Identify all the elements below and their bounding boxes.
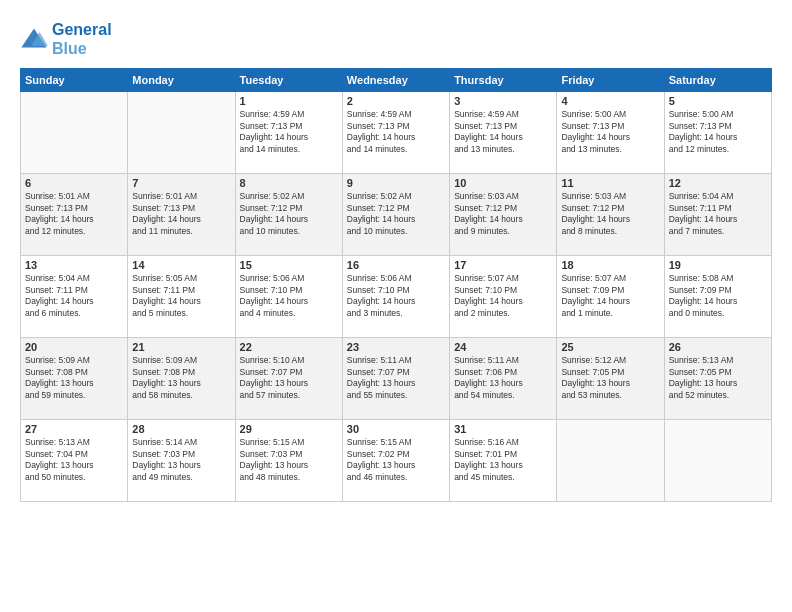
page: General Blue SundayMondayTuesdayWednesda… [0,0,792,612]
calendar-cell: 2Sunrise: 4:59 AM Sunset: 7:13 PM Daylig… [342,92,449,174]
weekday-friday: Friday [557,69,664,92]
weekday-header-row: SundayMondayTuesdayWednesdayThursdayFrid… [21,69,772,92]
calendar-row-2: 6Sunrise: 5:01 AM Sunset: 7:13 PM Daylig… [21,174,772,256]
weekday-thursday: Thursday [450,69,557,92]
calendar-cell: 19Sunrise: 5:08 AM Sunset: 7:09 PM Dayli… [664,256,771,338]
day-number: 21 [132,341,230,353]
day-number: 26 [669,341,767,353]
day-info: Sunrise: 5:15 AM Sunset: 7:03 PM Dayligh… [240,437,338,483]
calendar-cell: 16Sunrise: 5:06 AM Sunset: 7:10 PM Dayli… [342,256,449,338]
calendar-row-3: 13Sunrise: 5:04 AM Sunset: 7:11 PM Dayli… [21,256,772,338]
day-number: 23 [347,341,445,353]
calendar-cell: 27Sunrise: 5:13 AM Sunset: 7:04 PM Dayli… [21,420,128,502]
day-number: 3 [454,95,552,107]
day-info: Sunrise: 5:01 AM Sunset: 7:13 PM Dayligh… [25,191,123,237]
day-number: 1 [240,95,338,107]
day-number: 31 [454,423,552,435]
calendar-table: SundayMondayTuesdayWednesdayThursdayFrid… [20,68,772,502]
day-info: Sunrise: 5:01 AM Sunset: 7:13 PM Dayligh… [132,191,230,237]
day-info: Sunrise: 4:59 AM Sunset: 7:13 PM Dayligh… [240,109,338,155]
day-number: 29 [240,423,338,435]
calendar-cell: 7Sunrise: 5:01 AM Sunset: 7:13 PM Daylig… [128,174,235,256]
day-info: Sunrise: 5:06 AM Sunset: 7:10 PM Dayligh… [240,273,338,319]
calendar-cell: 11Sunrise: 5:03 AM Sunset: 7:12 PM Dayli… [557,174,664,256]
day-number: 6 [25,177,123,189]
calendar-cell [557,420,664,502]
calendar-cell: 22Sunrise: 5:10 AM Sunset: 7:07 PM Dayli… [235,338,342,420]
day-number: 25 [561,341,659,353]
day-number: 20 [25,341,123,353]
calendar-cell: 20Sunrise: 5:09 AM Sunset: 7:08 PM Dayli… [21,338,128,420]
day-number: 4 [561,95,659,107]
day-number: 13 [25,259,123,271]
calendar-cell: 5Sunrise: 5:00 AM Sunset: 7:13 PM Daylig… [664,92,771,174]
day-info: Sunrise: 5:02 AM Sunset: 7:12 PM Dayligh… [347,191,445,237]
day-info: Sunrise: 5:06 AM Sunset: 7:10 PM Dayligh… [347,273,445,319]
day-number: 14 [132,259,230,271]
day-number: 18 [561,259,659,271]
day-number: 9 [347,177,445,189]
day-info: Sunrise: 5:08 AM Sunset: 7:09 PM Dayligh… [669,273,767,319]
calendar-cell: 4Sunrise: 5:00 AM Sunset: 7:13 PM Daylig… [557,92,664,174]
calendar-cell: 26Sunrise: 5:13 AM Sunset: 7:05 PM Dayli… [664,338,771,420]
day-number: 19 [669,259,767,271]
day-info: Sunrise: 5:09 AM Sunset: 7:08 PM Dayligh… [132,355,230,401]
day-info: Sunrise: 5:11 AM Sunset: 7:06 PM Dayligh… [454,355,552,401]
day-info: Sunrise: 5:12 AM Sunset: 7:05 PM Dayligh… [561,355,659,401]
logo-line1: General [52,20,112,39]
day-number: 27 [25,423,123,435]
calendar-cell: 25Sunrise: 5:12 AM Sunset: 7:05 PM Dayli… [557,338,664,420]
day-info: Sunrise: 5:00 AM Sunset: 7:13 PM Dayligh… [669,109,767,155]
day-info: Sunrise: 5:04 AM Sunset: 7:11 PM Dayligh… [25,273,123,319]
calendar-cell: 31Sunrise: 5:16 AM Sunset: 7:01 PM Dayli… [450,420,557,502]
day-info: Sunrise: 5:16 AM Sunset: 7:01 PM Dayligh… [454,437,552,483]
day-info: Sunrise: 4:59 AM Sunset: 7:13 PM Dayligh… [347,109,445,155]
day-number: 8 [240,177,338,189]
day-info: Sunrise: 5:09 AM Sunset: 7:08 PM Dayligh… [25,355,123,401]
day-info: Sunrise: 5:14 AM Sunset: 7:03 PM Dayligh… [132,437,230,483]
calendar-cell: 13Sunrise: 5:04 AM Sunset: 7:11 PM Dayli… [21,256,128,338]
calendar-cell: 23Sunrise: 5:11 AM Sunset: 7:07 PM Dayli… [342,338,449,420]
day-info: Sunrise: 5:13 AM Sunset: 7:05 PM Dayligh… [669,355,767,401]
calendar-row-1: 1Sunrise: 4:59 AM Sunset: 7:13 PM Daylig… [21,92,772,174]
day-info: Sunrise: 5:05 AM Sunset: 7:11 PM Dayligh… [132,273,230,319]
day-number: 30 [347,423,445,435]
calendar-cell: 9Sunrise: 5:02 AM Sunset: 7:12 PM Daylig… [342,174,449,256]
day-info: Sunrise: 5:07 AM Sunset: 7:10 PM Dayligh… [454,273,552,319]
calendar-cell [21,92,128,174]
calendar-cell: 24Sunrise: 5:11 AM Sunset: 7:06 PM Dayli… [450,338,557,420]
calendar-cell: 14Sunrise: 5:05 AM Sunset: 7:11 PM Dayli… [128,256,235,338]
day-info: Sunrise: 5:15 AM Sunset: 7:02 PM Dayligh… [347,437,445,483]
weekday-saturday: Saturday [664,69,771,92]
calendar-cell: 8Sunrise: 5:02 AM Sunset: 7:12 PM Daylig… [235,174,342,256]
weekday-monday: Monday [128,69,235,92]
calendar-cell: 3Sunrise: 4:59 AM Sunset: 7:13 PM Daylig… [450,92,557,174]
calendar-cell: 10Sunrise: 5:03 AM Sunset: 7:12 PM Dayli… [450,174,557,256]
day-number: 28 [132,423,230,435]
day-info: Sunrise: 5:10 AM Sunset: 7:07 PM Dayligh… [240,355,338,401]
calendar-cell: 12Sunrise: 5:04 AM Sunset: 7:11 PM Dayli… [664,174,771,256]
day-number: 22 [240,341,338,353]
calendar-row-5: 27Sunrise: 5:13 AM Sunset: 7:04 PM Dayli… [21,420,772,502]
day-number: 16 [347,259,445,271]
calendar-cell: 29Sunrise: 5:15 AM Sunset: 7:03 PM Dayli… [235,420,342,502]
calendar-cell: 1Sunrise: 4:59 AM Sunset: 7:13 PM Daylig… [235,92,342,174]
day-info: Sunrise: 5:00 AM Sunset: 7:13 PM Dayligh… [561,109,659,155]
day-number: 5 [669,95,767,107]
calendar-cell: 15Sunrise: 5:06 AM Sunset: 7:10 PM Dayli… [235,256,342,338]
calendar-cell: 17Sunrise: 5:07 AM Sunset: 7:10 PM Dayli… [450,256,557,338]
weekday-wednesday: Wednesday [342,69,449,92]
weekday-tuesday: Tuesday [235,69,342,92]
day-number: 11 [561,177,659,189]
header: General Blue [20,20,772,58]
day-number: 24 [454,341,552,353]
day-info: Sunrise: 5:03 AM Sunset: 7:12 PM Dayligh… [454,191,552,237]
calendar-cell [128,92,235,174]
weekday-sunday: Sunday [21,69,128,92]
day-info: Sunrise: 5:04 AM Sunset: 7:11 PM Dayligh… [669,191,767,237]
day-info: Sunrise: 5:11 AM Sunset: 7:07 PM Dayligh… [347,355,445,401]
logo-icon [20,25,48,53]
calendar-row-4: 20Sunrise: 5:09 AM Sunset: 7:08 PM Dayli… [21,338,772,420]
logo: General Blue [20,20,112,58]
calendar-cell: 21Sunrise: 5:09 AM Sunset: 7:08 PM Dayli… [128,338,235,420]
